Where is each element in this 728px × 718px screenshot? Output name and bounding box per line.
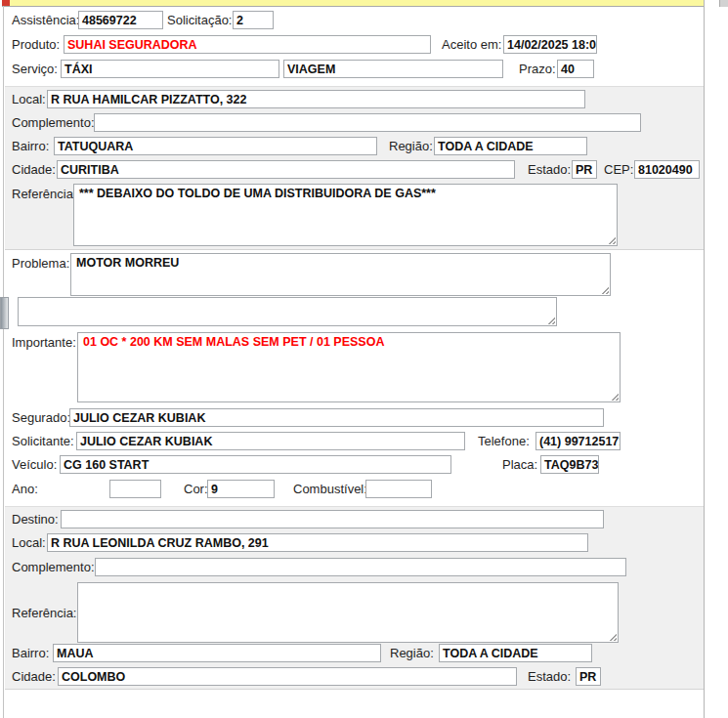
placa-input[interactable]: TAQ9B73 (540, 455, 599, 474)
produto-label: Produto: (12, 35, 60, 54)
referencias-origem-textarea[interactable]: *** DEBAIXO DO TOLDO DE UMA DISTRIBUIDOR… (73, 184, 618, 246)
produto-input[interactable]: SUHAI SEGURADORA (64, 35, 431, 54)
servico-input[interactable]: TÁXI (61, 60, 279, 78)
estado-destino-input[interactable]: PR (576, 667, 601, 686)
assistance-form-page: Assistência: 48569722 Solicitação: 2 Pro… (0, 0, 728, 718)
cor-label: Cor: (184, 480, 208, 498)
regiao-origem-label: Região: (389, 137, 433, 155)
complemento-destino-input[interactable] (95, 558, 626, 576)
local-destino-input[interactable]: R RUA LEONILDA CRUZ RAMBO, 291 (47, 533, 588, 552)
referencia-destino-textarea[interactable] (77, 582, 619, 643)
cidade-origem-label: Cidade: (12, 160, 56, 179)
local-destino-label: Local: (12, 533, 46, 552)
observacao-textarea[interactable] (18, 297, 557, 326)
cor-input[interactable]: 9 (207, 480, 275, 498)
servico-label: Serviço: (12, 60, 58, 78)
prazo-input[interactable]: 40 (557, 60, 594, 78)
bairro-origem-input[interactable]: TATUQUARA (54, 137, 377, 155)
referencia-destino-label: Referência: (12, 604, 76, 622)
bairro-destino-label: Bairro: (12, 644, 49, 662)
regiao-destino-label: Região: (390, 644, 434, 662)
right-panel-border (704, 0, 705, 718)
combustivel-input[interactable] (365, 480, 432, 498)
ano-label: Ano: (12, 480, 38, 498)
cidade-origem-input[interactable]: CURITIBA (57, 160, 515, 179)
splitter-handle[interactable] (0, 297, 9, 329)
cidade-destino-label: Cidade: (12, 667, 56, 686)
importante-textarea[interactable]: 01 OC * 200 KM SEM MALAS SEM PET / 01 PE… (77, 332, 621, 402)
problema-textarea[interactable]: MOTOR MORREU (70, 253, 611, 296)
destino-label: Destino: (12, 510, 59, 528)
cidade-destino-input[interactable]: COLOMBO (58, 667, 517, 686)
assistencia-label: Assistência: (12, 11, 79, 29)
complemento-origem-input[interactable] (94, 113, 641, 132)
aceito-em-label: Aceito em: (442, 35, 501, 54)
top-status-bar (2, 0, 704, 7)
telefone-label: Telefone: (478, 432, 530, 450)
bairro-origem-label: Bairro: (12, 137, 49, 155)
aceito-em-input[interactable]: 14/02/2025 18:08 (503, 35, 597, 54)
segurado-label: Segurado: (12, 408, 70, 427)
estado-origem-input[interactable]: PR (572, 160, 597, 179)
local-origem-input[interactable]: R RUA HAMILCAR PIZZATTO, 322 (47, 90, 585, 108)
regiao-origem-input[interactable]: TODA A CIDADE (434, 137, 587, 155)
problema-label: Problema: (12, 256, 69, 271)
local-origem-label: Local: (12, 90, 46, 108)
regiao-destino-input[interactable]: TODA A CIDADE (439, 644, 592, 662)
importante-label: Importante: (12, 335, 76, 350)
top-right-corner (719, 0, 728, 7)
combustivel-label: Combustível: (293, 480, 367, 498)
destino-input[interactable] (61, 510, 604, 528)
assistencia-input[interactable]: 48569722 (78, 11, 163, 29)
segurado-input[interactable]: JULIO CEZAR KUBIAK (69, 408, 604, 427)
cep-origem-input[interactable]: 81020490 (634, 160, 700, 179)
left-panel-border (3, 6, 4, 718)
solicitante-label: Solicitante: (12, 432, 74, 450)
veiculo-input[interactable]: CG 160 START (60, 455, 451, 474)
prazo-label: Prazo: (519, 60, 556, 78)
estado-destino-label: Estado: (528, 667, 571, 686)
telefone-input[interactable]: (41) 997125171 (535, 432, 621, 450)
veiculo-label: Veículo: (12, 455, 57, 474)
servico-tipo-input[interactable]: VIAGEM (283, 60, 503, 78)
ano-input[interactable] (109, 480, 161, 498)
placa-label: Placa: (502, 455, 537, 474)
complemento-origem-label: Complemento: (12, 113, 95, 132)
bairro-destino-input[interactable]: MAUA (53, 644, 381, 662)
solicitacao-input[interactable]: 2 (233, 11, 274, 29)
cep-origem-label: CEP: (604, 160, 633, 179)
solicitacao-label: Solicitação: (167, 11, 232, 29)
complemento-destino-label: Complemento: (12, 558, 95, 576)
solicitante-input[interactable]: JULIO CEZAR KUBIAK (76, 432, 465, 450)
estado-origem-label: Estado: (528, 160, 571, 179)
